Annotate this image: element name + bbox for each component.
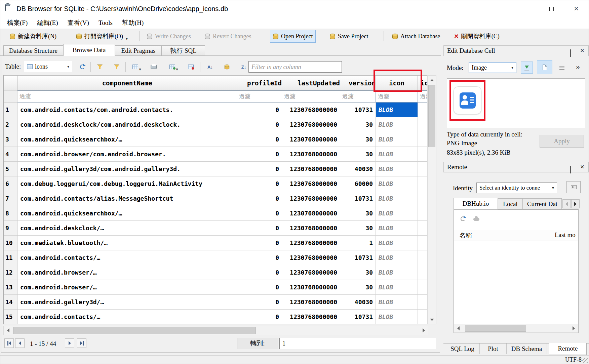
data-cell[interactable] (418, 265, 427, 280)
data-cell[interactable]: 0 (237, 265, 282, 280)
data-cell[interactable]: 1230768000000 (282, 132, 340, 147)
filter-input-profileid[interactable]: 過濾 (237, 90, 282, 103)
data-cell[interactable]: 30 (340, 147, 376, 162)
column-header-partial[interactable]: ic (418, 75, 427, 90)
data-cell[interactable] (418, 221, 427, 236)
remote-tab-dbhub[interactable]: DBHub.io (454, 198, 498, 209)
data-cell[interactable]: 1230768000000 (282, 206, 340, 221)
close-database-button[interactable]: ×關閉資料庫(C) (451, 30, 502, 43)
float-panel-button[interactable] (570, 165, 571, 175)
data-cell[interactable]: 1230768000000 (282, 265, 340, 280)
goto-button[interactable]: 轉到: (237, 338, 278, 349)
dock-tab-sql-log[interactable]: SQL Log (445, 343, 480, 354)
corner-header[interactable] (4, 75, 17, 90)
scroll-left-button[interactable] (454, 324, 463, 332)
tab-execute-sql[interactable]: 執行 SQL (162, 45, 205, 56)
data-cell[interactable]: 0 (237, 310, 282, 324)
dock-tab-db-schema[interactable]: DB Schema (507, 343, 547, 354)
data-cell[interactable]: 1 (340, 236, 376, 250)
data-cell[interactable] (418, 103, 427, 117)
export-data-button[interactable] (537, 60, 552, 74)
data-cell[interactable]: com.android.gallery3d/com.android.galler… (17, 162, 237, 176)
blob-cell[interactable]: BLOB (376, 117, 418, 132)
scroll-up-button[interactable] (428, 76, 436, 84)
data-cell[interactable]: 40030 (340, 295, 376, 310)
save-view-button[interactable]: ▾ (129, 62, 144, 72)
blob-cell[interactable]: BLOB (376, 295, 418, 310)
datatype-button[interactable] (221, 62, 233, 72)
list-header-name[interactable]: 名稱 (459, 231, 472, 240)
data-cell[interactable]: 10731 (340, 103, 376, 117)
data-cell[interactable] (418, 295, 427, 310)
remote-list-area[interactable] (454, 241, 578, 323)
data-cell[interactable]: 0 (237, 221, 282, 236)
column-header-profileid[interactable]: profileId (237, 75, 282, 90)
filter-input-partial[interactable]: 過濾 (418, 90, 427, 103)
column-header-icon[interactable]: icon (376, 75, 418, 90)
first-page-button[interactable] (4, 338, 14, 348)
remote-refresh-button[interactable] (458, 214, 468, 224)
blob-cell[interactable]: BLOB (376, 132, 418, 147)
encoding-label[interactable]: UTF-8 (565, 356, 582, 363)
data-cell[interactable]: 0 (237, 176, 282, 191)
filter-input-version[interactable]: 過濾 (340, 90, 376, 103)
blob-cell[interactable]: BLOB (376, 236, 418, 250)
close-panel-button[interactable]: × (580, 48, 584, 53)
data-cell[interactable]: 1230768000000 (282, 176, 340, 191)
data-cell[interactable]: com.android.gallery3d/… (17, 295, 237, 310)
menu-edit[interactable]: 編輯(E) (32, 17, 63, 29)
save-project-button[interactable]: Save Project (327, 30, 371, 43)
tab-scroll-right-button[interactable] (571, 199, 580, 208)
remote-tab-current[interactable]: Current Dat (523, 198, 562, 209)
scrollbar-thumb[interactable] (465, 325, 526, 332)
blob-cell[interactable]: BLOB (376, 147, 418, 162)
float-panel-button[interactable] (570, 48, 571, 58)
data-cell[interactable]: 1230768000000 (282, 191, 340, 206)
menu-view[interactable]: 查看(V) (63, 17, 94, 29)
delete-record-button[interactable] (185, 62, 197, 72)
scrollbar-thumb[interactable] (13, 327, 256, 334)
data-cell[interactable]: com.android.deskclock/… (17, 221, 237, 236)
scroll-right-button[interactable] (570, 324, 578, 332)
tab-scroll-left-button[interactable] (562, 199, 571, 208)
data-cell[interactable]: 1230768000000 (282, 250, 340, 265)
data-cell[interactable]: 1230768000000 (282, 103, 340, 117)
data-cell[interactable]: com.android.quicksearchbox/… (17, 132, 237, 147)
refresh-button[interactable] (77, 62, 88, 72)
menu-tools[interactable]: Tools (94, 17, 117, 29)
data-cell[interactable]: 60000 (340, 176, 376, 191)
remote-upload-button[interactable] (472, 213, 481, 223)
sort-desc-button[interactable]: Z↓ (238, 62, 250, 72)
data-cell[interactable]: com.android.contacts/… (17, 250, 237, 265)
mode-select[interactable]: Image ▾ (469, 62, 516, 73)
data-cell[interactable]: com.android.browser/com.android.browser. (17, 147, 237, 162)
data-cell[interactable]: com.android.contacts/… (17, 310, 237, 324)
data-cell[interactable]: com.android.browser/… (17, 280, 237, 295)
resize-grip[interactable] (582, 358, 588, 363)
tab-edit-pragmas[interactable]: Edit Pragmas (115, 45, 162, 56)
data-cell[interactable] (418, 191, 427, 206)
data-cell[interactable]: 1230768000000 (282, 236, 340, 250)
goto-input[interactable] (279, 338, 436, 349)
data-cell[interactable]: com.android.contacts/com.android.contact… (17, 103, 237, 117)
data-cell[interactable]: 30 (340, 132, 376, 147)
data-cell[interactable]: 0 (237, 280, 282, 295)
data-cell[interactable]: 1230768000000 (282, 117, 340, 132)
remote-horizontal-scrollbar[interactable] (454, 324, 578, 333)
scroll-down-button[interactable] (428, 315, 436, 324)
print-button[interactable] (148, 62, 160, 72)
data-cell[interactable]: 1230768000000 (282, 310, 340, 324)
column-header-version[interactable]: version (340, 75, 376, 90)
import-data-button[interactable] (521, 62, 533, 74)
data-cell[interactable]: 30 (340, 221, 376, 236)
data-cell[interactable]: 1230768000000 (282, 147, 340, 162)
apply-button[interactable]: Apply (540, 135, 584, 148)
close-panel-button[interactable]: × (580, 164, 584, 169)
column-filter-input[interactable] (248, 61, 342, 73)
revert-changes-button[interactable]: Revert Changes (202, 30, 254, 43)
write-changes-button[interactable]: Write Changes (144, 30, 194, 43)
data-cell[interactable]: 0 (237, 162, 282, 176)
attach-database-button[interactable]: Attach Database (390, 30, 443, 43)
identity-select[interactable]: Select an identity to conne ▾ (476, 183, 557, 193)
open-database-button[interactable]: 打開資料庫(O)▾ (74, 30, 130, 43)
